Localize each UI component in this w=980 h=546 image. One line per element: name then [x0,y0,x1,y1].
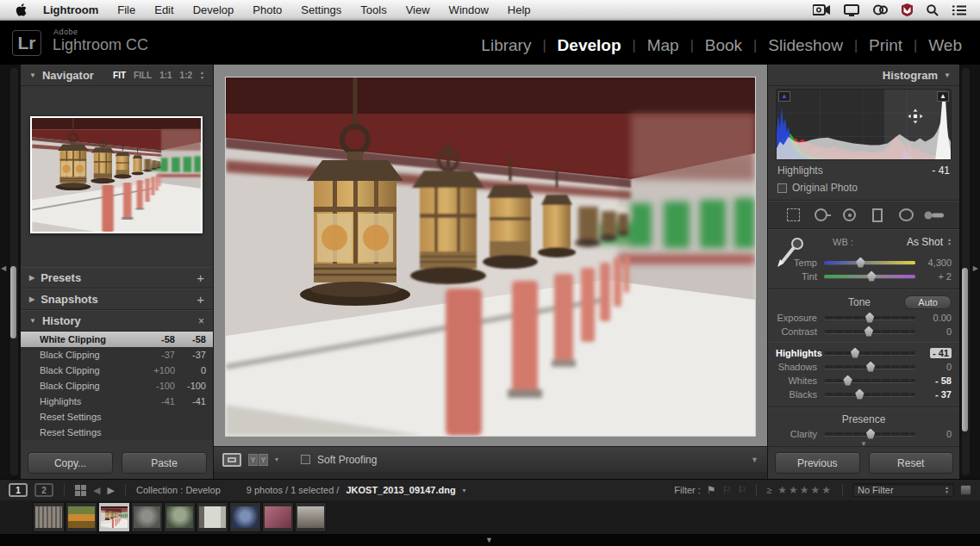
grid-view-icon[interactable] [75,485,86,496]
wb-stepper-icon[interactable]: ▲▼ [947,238,952,246]
histogram-display[interactable]: ▲ ▲ [776,89,952,160]
zoom-stepper-icon[interactable]: ▲▼ [200,71,204,80]
filmstrip-thumbnail-1[interactable] [33,502,65,532]
adjustment-brush-icon[interactable] [923,207,946,224]
filmstrip-thumbnail-5[interactable] [164,502,196,532]
search-icon[interactable] [927,4,939,16]
exposure-value[interactable]: 0.00 [915,313,952,323]
previous-photo-icon[interactable]: ◀ [93,485,100,496]
toolbar-options-icon[interactable]: ▼ [751,456,758,464]
module-map[interactable]: Map [636,36,690,55]
before-after-dropdown-icon[interactable]: ▾ [275,456,278,463]
menu-photo[interactable]: Photo [243,3,291,16]
history-item[interactable]: White Clipping -58 -58 [21,332,213,347]
copy-button[interactable]: Copy... [28,452,113,474]
filmstrip-thumbnail-6[interactable] [197,502,228,532]
menubar-app-name[interactable]: Lightroom [34,3,108,16]
menu-edit[interactable]: Edit [145,3,183,16]
shadow-clipping-indicator[interactable]: ▲ [778,91,790,102]
module-book[interactable]: Book [694,36,753,55]
main-photo[interactable] [226,78,755,436]
wb-value-dropdown[interactable]: As Shot [907,236,943,248]
loupe-view-icon[interactable] [222,453,241,467]
module-web[interactable]: Web [917,36,973,55]
original-photo-checkbox[interactable] [777,183,787,193]
shadows-slider[interactable] [824,365,915,369]
highlights-slider[interactable] [824,351,915,356]
menu-help[interactable]: Help [498,3,540,16]
filter-toggle-icon[interactable] [960,485,971,495]
snapshots-header[interactable]: ▶ Snapshots + [21,289,213,310]
creative-cloud-icon[interactable] [873,3,888,16]
blacks-value[interactable]: - 37 [915,389,952,400]
tint-value[interactable]: + 2 [915,271,952,282]
wb-eyedropper-icon[interactable] [775,237,804,271]
star-rating-filter[interactable]: ★★★★★ [777,484,833,496]
menu-list-icon[interactable] [952,5,966,16]
right-scrollbar-thumb[interactable] [962,268,968,431]
next-photo-icon[interactable]: ▶ [107,485,114,496]
menu-window[interactable]: Window [440,3,498,16]
filter-preset-dropdown[interactable]: No Filter ▲▼ [852,483,954,497]
history-item[interactable]: Reset Settings [21,409,213,425]
zoom-mode-1-2[interactable]: 1:2 [180,71,192,80]
history-item[interactable]: Black Clipping -37 -37 [21,347,213,363]
menu-settings[interactable]: Settings [291,3,351,16]
module-develop[interactable]: Develop [546,36,633,55]
red-eye-icon[interactable] [839,207,861,224]
graduated-filter-icon[interactable] [866,207,889,224]
exposure-slider[interactable] [824,316,915,320]
snapshots-add-icon[interactable]: + [197,292,204,307]
module-slideshow[interactable]: Slideshow [757,36,854,55]
filmstrip-thumbnail-2[interactable] [66,502,97,532]
second-window-button[interactable]: 2 [34,483,53,497]
history-item[interactable]: Highlights -41 -41 [21,394,213,409]
module-library[interactable]: Library [470,36,542,55]
mcafee-shield-icon[interactable] [902,3,913,16]
history-item[interactable]: Black Clipping -100 -100 [21,378,213,394]
histogram-header[interactable]: Histogram ▼ [768,65,959,86]
filmstrip-thumbnail-4[interactable] [131,502,163,532]
left-scrollbar-track[interactable] [10,68,18,475]
presets-header[interactable]: ▶ Presets + [21,267,213,289]
shadows-value[interactable]: 0 [915,362,952,372]
zoom-mode-fit[interactable]: FIT [113,71,126,80]
contrast-value[interactable]: 0 [915,326,952,337]
previous-button[interactable]: Previous [775,452,860,474]
left-scrollbar-thumb[interactable] [10,266,16,338]
filmstrip-collapse-icon[interactable]: ▼ [485,536,493,544]
filmstrip-thumbnail-9[interactable] [295,502,327,532]
navigator-preview-image[interactable] [30,116,203,233]
collection-breadcrumb[interactable]: Collection : Develop [136,485,221,495]
whites-slider[interactable] [824,379,915,383]
display-icon[interactable] [844,4,859,16]
right-scrollbar-track[interactable] [962,68,970,475]
zoom-mode-1-1[interactable]: 1:1 [159,71,172,80]
menu-view[interactable]: View [396,3,440,16]
paste-button[interactable]: Paste [122,452,207,474]
menu-file[interactable]: File [108,3,145,16]
highlights-value[interactable]: - 41 [930,348,952,358]
auto-tone-button[interactable]: Auto [904,295,952,309]
temp-slider[interactable] [824,261,915,265]
before-after-view-icon[interactable]: Y Y [248,454,268,466]
right-panel-collapse-icon[interactable]: ▶ [973,264,978,272]
history-header[interactable]: ▼ History × [21,310,213,332]
apple-menu-icon[interactable] [9,3,34,16]
flag-rejected-icon[interactable]: ⚐ [737,484,746,496]
spot-removal-icon[interactable] [810,207,833,224]
main-window-button[interactable]: 1 [9,483,28,497]
selected-filename[interactable]: JKOST_2013_09147.dng [346,485,455,495]
zoom-mode-fill[interactable]: FILL [134,71,152,80]
flag-picked-icon[interactable]: ⚑ [707,484,716,496]
filename-dropdown-icon[interactable]: ▾ [463,487,466,494]
menu-develop[interactable]: Develop [184,3,244,16]
clarity-slider[interactable] [824,432,915,437]
clarity-value[interactable]: 0 [915,429,952,439]
history-item[interactable]: Black Clipping +100 0 [21,363,213,378]
whites-value[interactable]: - 58 [915,375,952,386]
video-icon[interactable] [813,4,830,16]
presets-add-icon[interactable]: + [197,270,204,285]
highlight-clipping-indicator[interactable]: ▲ [937,91,949,102]
tint-slider[interactable] [824,275,915,279]
